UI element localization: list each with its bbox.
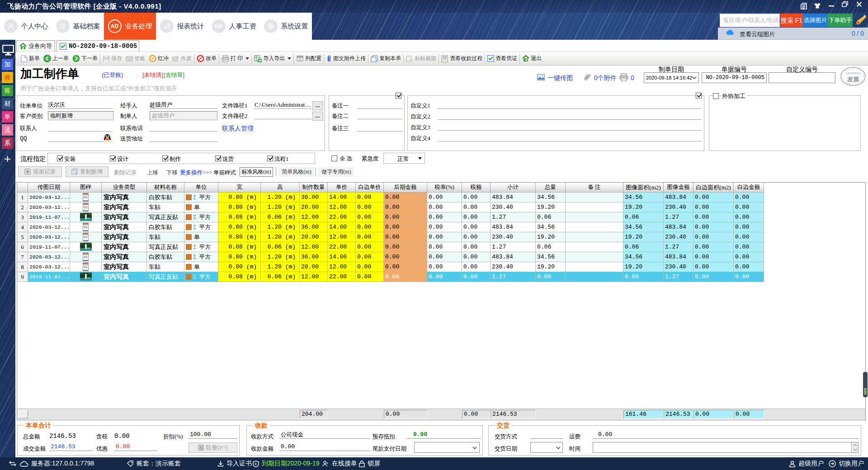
svg-text:02: 02: [84, 265, 87, 269]
svg-text:05: 05: [84, 255, 87, 259]
svg-text:02: 02: [84, 235, 87, 239]
svg-text:05: 05: [84, 226, 87, 229]
svg-text:E: E: [255, 462, 257, 466]
svg-text:128154545421: 128154545421: [845, 72, 861, 75]
svg-text:02: 02: [84, 206, 87, 209]
svg-text:发票: 发票: [847, 76, 859, 83]
svg-text:05: 05: [84, 196, 87, 199]
